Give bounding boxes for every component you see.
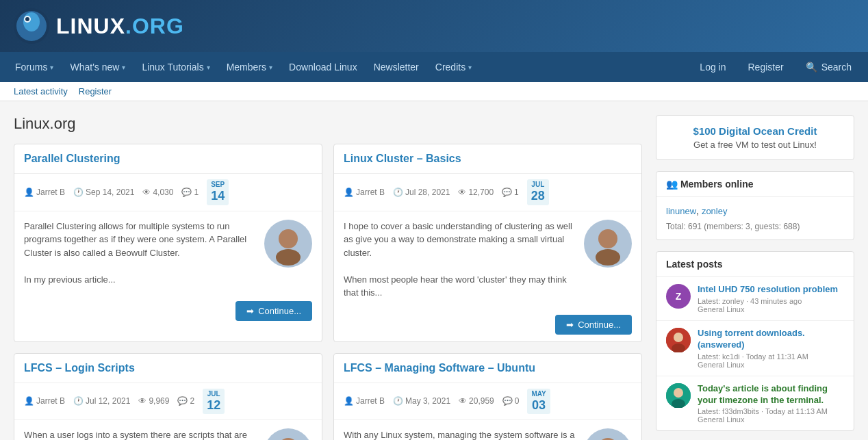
- logo-text: LINUX.ORG: [56, 14, 184, 39]
- forums-chevron-icon: ▾: [50, 64, 53, 71]
- post-title-3[interactable]: Today's article is about finding your ti…: [698, 383, 844, 406]
- date-badge-1: SEP 14: [207, 179, 229, 205]
- logo-icon: [14, 8, 49, 44]
- article-excerpt-1: Parallel Clustering allows for multiple …: [24, 220, 256, 287]
- svg-point-5: [279, 229, 298, 248]
- sub-nav-register[interactable]: Register: [79, 86, 112, 96]
- svg-point-7: [598, 229, 617, 248]
- article-body-3: When a user logs into a system there are…: [14, 420, 322, 440]
- article-date-2: 🕐 Jul 28, 2021: [393, 187, 450, 197]
- continue-button-2[interactable]: ➡ Continue...: [555, 315, 632, 335]
- article-author-icon-3: 👤 Jarret B: [24, 396, 65, 406]
- article-comments-1: 💬 1: [181, 187, 199, 197]
- credits-chevron-icon: ▾: [468, 64, 472, 71]
- article-author-icon-4: 👤 Jarret B: [344, 396, 385, 406]
- post-info-1: Intel UHD 750 resolution problem Latest:…: [698, 284, 844, 313]
- sidebar: $100 Digital Ocean Credit Get a free VM …: [656, 115, 854, 440]
- article-views-4: 👁 20,959: [459, 396, 494, 406]
- post-info-3: Today's article is about finding your ti…: [698, 383, 844, 424]
- date-badge-3: JUL 12: [203, 389, 225, 415]
- article-card-3: LFCS – Login Scripts 👤 Jarret B 🕐 Jul 12…: [14, 353, 322, 440]
- article-comments-3: 💬 2: [177, 396, 194, 406]
- article-excerpt-3: When a user logs into a system there are…: [24, 428, 256, 440]
- member-link-zonley[interactable]: zonley: [702, 206, 728, 216]
- article-meta-1: 👤 Jarret B 🕐 Sep 14, 2021 👁 4,030 💬 1 SE…: [14, 174, 322, 211]
- article-header-3: LFCS – Login Scripts: [14, 354, 322, 383]
- article-date-3: 🕐 Jul 12, 2021: [73, 396, 130, 406]
- latest-posts-title: Latest posts: [656, 252, 854, 277]
- article-views-1: 👁 4,030: [142, 187, 173, 197]
- members-online-body: linunew, zonley Total: 691 (members: 3, …: [656, 197, 854, 240]
- member-link-linunew[interactable]: linunew: [666, 206, 696, 216]
- article-excerpt-4: With any Linux system, managing the syst…: [344, 428, 576, 440]
- article-author-icon-2: 👤 Jarret B: [344, 187, 385, 197]
- tutorials-chevron-icon: ▾: [207, 64, 210, 71]
- article-body-4: With any Linux system, managing the syst…: [334, 420, 641, 440]
- main-nav: Forums ▾ What's new ▾ Linux Tutorials ▾ …: [0, 52, 868, 82]
- svg-point-8: [596, 249, 620, 266]
- users-icon: 👥: [666, 179, 678, 190]
- search-button[interactable]: 🔍 Search: [796, 56, 861, 78]
- article-meta-2: 👤 Jarret B 🕐 Jul 28, 2021 👁 12,700 💬 1 J…: [334, 174, 641, 211]
- post-meta-2: Latest: kc1di · Today at 11:31 AM Genera…: [698, 352, 844, 369]
- page-content: Linux.org Parallel Clustering 👤 Jarret B…: [0, 101, 868, 440]
- nav-whats-new[interactable]: What's new ▾: [62, 52, 133, 82]
- article-header-2: Linux Cluster – Basics: [334, 144, 641, 174]
- article-comments-4: 💬 0: [502, 396, 520, 406]
- date-badge-2: JUL 28: [527, 179, 549, 205]
- do-credit-subtitle: Get a free VM to test out Linux!: [666, 140, 844, 150]
- article-title-3[interactable]: LFCS – Login Scripts: [24, 362, 312, 374]
- do-credit-title: $100 Digital Ocean Credit: [666, 125, 844, 137]
- post-avatar-1: Z: [666, 284, 691, 309]
- article-comments-2: 💬 1: [502, 187, 519, 197]
- article-header-1: Parallel Clustering: [14, 144, 322, 174]
- nav-members[interactable]: Members ▾: [218, 52, 281, 82]
- article-views-3: 👁 9,969: [138, 396, 169, 406]
- article-title-2[interactable]: Linux Cluster – Basics: [344, 153, 632, 165]
- article-body-1: Parallel Clustering allows for multiple …: [14, 211, 322, 295]
- article-title-1[interactable]: Parallel Clustering: [24, 153, 312, 165]
- article-author-icon-1: 👤 Jarret B: [24, 187, 65, 197]
- article-title-4[interactable]: LFCS – Managing Software – Ubuntu: [344, 362, 632, 374]
- post-info-2: Using torrent downloads. (answered) Late…: [698, 328, 844, 369]
- nav-left: Forums ▾ What's new ▾ Linux Tutorials ▾ …: [7, 52, 480, 82]
- main-area: Linux.org Parallel Clustering 👤 Jarret B…: [14, 115, 642, 440]
- articles-grid: Parallel Clustering 👤 Jarret B 🕐 Sep 14,…: [14, 144, 642, 440]
- post-title-1[interactable]: Intel UHD 750 resolution problem: [698, 284, 844, 296]
- article-excerpt-2: I hope to cover a basic understanding of…: [344, 220, 576, 300]
- latest-posts-section: Latest posts Z Intel UHD 750 resolution …: [656, 251, 854, 431]
- article-body-2: I hope to cover a basic understanding of…: [334, 211, 641, 308]
- sub-nav-latest-activity[interactable]: Latest activity: [14, 86, 68, 96]
- svg-point-14: [674, 333, 683, 342]
- post-avatar-2: [666, 328, 691, 352]
- search-icon: 🔍: [806, 62, 817, 73]
- members-online-header: 👥 Members online: [656, 172, 854, 197]
- post-title-2[interactable]: Using torrent downloads. (answered): [698, 328, 844, 351]
- logo-container[interactable]: LINUX.ORG: [14, 8, 184, 44]
- nav-tutorials[interactable]: Linux Tutorials ▾: [133, 52, 218, 82]
- article-date-1: 🕐 Sep 14, 2021: [73, 187, 134, 197]
- sub-nav: Latest activity Register: [0, 82, 868, 101]
- article-card-2: Linux Cluster – Basics 👤 Jarret B 🕐 Jul …: [333, 144, 642, 342]
- post-meta-3: Latest: f33dm3bits · Today at 11:13 AM G…: [698, 407, 844, 424]
- article-card-1: Parallel Clustering 👤 Jarret B 🕐 Sep 14,…: [14, 144, 322, 342]
- post-item-2: Using torrent downloads. (answered) Late…: [656, 321, 854, 376]
- do-credit-body: $100 Digital Ocean Credit Get a free VM …: [656, 116, 854, 159]
- whats-new-chevron-icon: ▾: [122, 64, 125, 71]
- svg-point-4: [25, 17, 29, 21]
- article-thumb-3: [264, 428, 312, 440]
- nav-credits[interactable]: Credits ▾: [427, 52, 480, 82]
- article-header-4: LFCS – Managing Software – Ubuntu: [334, 354, 641, 383]
- nav-download[interactable]: Download Linux: [281, 52, 366, 82]
- continue-button-1[interactable]: ➡ Continue...: [235, 301, 312, 321]
- article-meta-4: 👤 Jarret B 🕐 May 3, 2021 👁 20,959 💬 0 MA…: [334, 383, 641, 421]
- arrow-right-icon-2: ➡: [566, 320, 574, 330]
- register-button[interactable]: Register: [739, 56, 793, 78]
- nav-newsletter[interactable]: Newsletter: [366, 52, 427, 82]
- nav-forums[interactable]: Forums ▾: [7, 52, 62, 82]
- svg-point-6: [276, 249, 301, 266]
- article-views-2: 👁 12,700: [458, 187, 494, 197]
- arrow-right-icon-1: ➡: [246, 306, 254, 316]
- article-card-4: LFCS – Managing Software – Ubuntu 👤 Jarr…: [333, 353, 642, 440]
- login-button[interactable]: Log in: [690, 56, 735, 78]
